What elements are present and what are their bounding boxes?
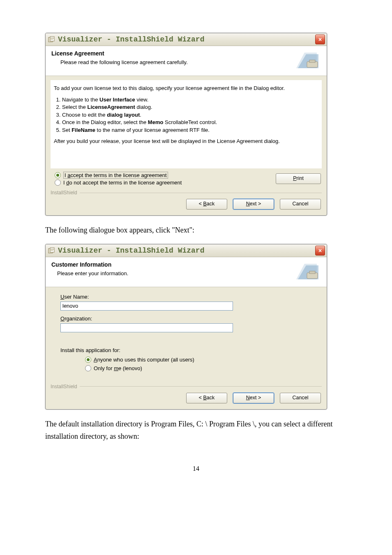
window-title: Visualizer - InstallShield Wizard (58, 246, 204, 255)
radio-unchecked-icon (85, 365, 91, 371)
document-paragraph: The default installation directory is Pr… (45, 418, 347, 443)
titlebar: Visualizer - InstallShield Wizard × (46, 244, 327, 257)
header-graphic-icon (295, 50, 321, 70)
dialog-button-row: < Back Next > Cancel (46, 196, 327, 215)
svg-rect-11 (309, 271, 315, 274)
organization-label: Organization: (60, 315, 321, 322)
license-paragraph: To add your own license text to this dia… (51, 82, 322, 94)
radio-checked-icon (85, 357, 91, 363)
license-steps-list: Navigate to the User Interface view. Sel… (62, 96, 318, 134)
license-step: Set FileName to the name of your license… (62, 127, 318, 134)
header-title: Customer Information (51, 261, 295, 268)
close-icon[interactable]: × (315, 246, 325, 256)
installshield-label: InstallShield (51, 190, 77, 196)
form-body: User Name: Organization: Install this ap… (46, 287, 327, 380)
organization-input[interactable] (60, 323, 233, 332)
header-subtitle: Please enter your information. (57, 270, 295, 276)
back-button[interactable]: < Back (186, 199, 227, 210)
cancel-button[interactable]: Cancel (280, 199, 321, 210)
installshield-label: InstallShield (51, 384, 77, 389)
license-text-area: To add your own license text to this dia… (51, 80, 322, 168)
window-title: Visualizer - InstallShield Wizard (58, 35, 204, 44)
install-only-me-radio[interactable]: Only for me (lenovo) (85, 365, 321, 371)
header-subtitle: Please read the following license agreem… (60, 59, 295, 65)
reject-label: I do not accept the terms in the license… (63, 180, 182, 186)
installer-icon (48, 247, 55, 254)
dialog-header: License Agreement Please read the follow… (46, 46, 327, 76)
user-name-label: User Name: (60, 294, 321, 300)
license-step: Navigate to the User Interface view. (62, 96, 318, 104)
customer-information-dialog: Visualizer - InstallShield Wizard × Cust… (45, 244, 327, 410)
titlebar: Visualizer - InstallShield Wizard × (46, 33, 327, 46)
reject-radio-row[interactable]: I do not accept the terms in the license… (55, 180, 182, 186)
license-agreement-dialog: Visualizer - InstallShield Wizard × Lice… (45, 33, 327, 216)
install-for-label: Install this application for: (60, 347, 321, 353)
header-graphic-icon (295, 261, 321, 281)
next-button[interactable]: Next > (233, 393, 274, 403)
installer-icon (48, 36, 55, 43)
user-name-input[interactable] (60, 302, 233, 311)
print-button[interactable]: Print (276, 173, 321, 184)
dialog-header: Customer Information Please enter your i… (46, 257, 327, 287)
header-title: License Agreement (51, 50, 295, 57)
cancel-button[interactable]: Cancel (280, 393, 321, 403)
license-step: Select the LicenseAgreement dialog. (62, 104, 318, 111)
radio-checked-icon (55, 172, 61, 178)
license-step: Once in the Dialog editor, select the Me… (62, 119, 318, 126)
install-all-users-radio[interactable]: Anyone who uses this computer (all users… (85, 357, 321, 363)
radio-unchecked-icon (55, 180, 61, 186)
close-icon[interactable]: × (315, 35, 325, 44)
install-only-me-label: Only for me (lenovo) (94, 365, 142, 371)
svg-rect-5 (309, 60, 315, 62)
back-button[interactable]: < Back (186, 393, 227, 403)
license-paragraph: After you build your release, your licen… (51, 135, 322, 149)
install-all-users-label: Anyone who uses this computer (all users… (94, 357, 194, 363)
next-button[interactable]: Next > (233, 199, 274, 210)
document-paragraph: The following dialogue box appears, clic… (45, 224, 347, 237)
license-step: Choose to edit the dialog layout. (62, 111, 318, 119)
page-number: 14 (45, 465, 347, 472)
accept-radio-row[interactable]: I accept the terms in the license agreem… (55, 172, 182, 179)
accept-label: I accept the terms in the license agreem… (63, 172, 168, 179)
dialog-button-row: < Back Next > Cancel (46, 389, 327, 409)
